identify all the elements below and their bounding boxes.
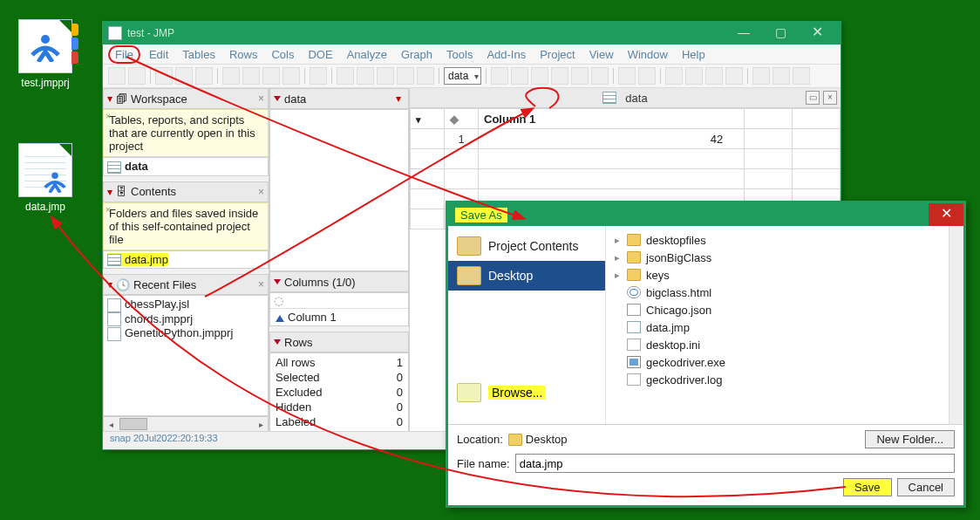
file-item[interactable]: data.jmp (613, 318, 942, 336)
tool-button[interactable] (752, 67, 770, 85)
restore-button[interactable]: ▭ (806, 91, 820, 105)
table-selector[interactable]: data (444, 67, 481, 85)
tool-button[interactable] (195, 67, 213, 85)
disclosure-icon[interactable] (274, 96, 281, 101)
tool-button[interactable] (155, 67, 173, 85)
tool-button[interactable] (725, 67, 743, 85)
file-item[interactable]: ▸keys (613, 266, 942, 284)
dialog-titlebar[interactable]: Save As ✕ (448, 203, 963, 226)
scrollbar[interactable] (949, 226, 963, 424)
menu-addins[interactable]: Add-Ins (481, 47, 531, 62)
tool-button[interactable] (531, 67, 548, 85)
tool-button[interactable] (222, 67, 240, 85)
close-icon[interactable]: × (258, 92, 264, 105)
sheet-tab[interactable]: data ▭× (410, 88, 840, 108)
menu-help[interactable]: Help (677, 47, 711, 62)
rows-header[interactable]: Rows (269, 332, 409, 352)
close-icon[interactable]: × (258, 186, 264, 198)
new-folder-button[interactable]: New Folder... (865, 430, 955, 448)
menu-tools[interactable]: Tools (441, 47, 478, 62)
tool-button[interactable] (772, 67, 790, 85)
recent-header[interactable]: ▾🕓Recent Files× (103, 274, 269, 295)
place-browse[interactable]: Browse... (448, 378, 605, 407)
tool-button[interactable] (337, 67, 354, 85)
tool-button[interactable] (282, 67, 300, 85)
minimize-button[interactable]: — (725, 24, 762, 42)
tool-button[interactable] (685, 67, 703, 85)
tool-button[interactable] (591, 67, 609, 85)
titlebar[interactable]: test - JMP — ▢ ✕ (103, 22, 840, 44)
file-item[interactable]: Chicago.json (613, 301, 942, 318)
tool-button[interactable] (491, 67, 508, 85)
column-filter[interactable]: ◌ (270, 293, 408, 309)
table-icon (602, 92, 616, 104)
tool-button[interactable] (108, 67, 126, 85)
disclosure-icon[interactable] (274, 279, 281, 284)
file-item[interactable]: ▸jsonBigClass (613, 249, 942, 266)
menu-file[interactable]: File (108, 45, 140, 64)
tool-button[interactable] (705, 67, 723, 85)
column-header[interactable]: Column 1 (479, 109, 745, 129)
dialog-close-button[interactable]: ✕ (929, 203, 963, 226)
row-header[interactable]: 1 (445, 129, 479, 149)
tool-button[interactable] (377, 67, 394, 85)
file-item[interactable]: ▸desktopfiles (613, 231, 942, 249)
tool-button[interactable] (262, 67, 280, 85)
place-project-contents[interactable]: Project Contents (448, 231, 605, 261)
tool-button[interactable] (793, 67, 810, 85)
tool-button[interactable] (618, 67, 636, 85)
cell[interactable]: 42 (479, 129, 745, 149)
rows-stat: All rows1 (274, 355, 405, 370)
tool-button[interactable] (665, 67, 683, 85)
menu-project[interactable]: Project (534, 47, 580, 62)
columns-header[interactable]: Columns (1/0) (269, 271, 409, 292)
cancel-button[interactable]: Cancel (897, 478, 955, 496)
recent-item[interactable]: chessPlay.jsl (107, 298, 264, 312)
maximize-button[interactable]: ▢ (762, 24, 799, 42)
tool-button[interactable] (175, 67, 193, 85)
tool-button[interactable] (638, 67, 656, 85)
menu-edit[interactable]: Edit (144, 47, 174, 62)
menu-analyze[interactable]: Analyze (342, 47, 392, 62)
menu-view[interactable]: View (584, 47, 619, 62)
mid-data-header[interactable]: data▾ (269, 88, 409, 109)
tool-button[interactable] (128, 67, 146, 85)
recent-item[interactable]: chords.jmpprj (107, 312, 264, 327)
tool-button[interactable] (417, 67, 434, 85)
tool-button[interactable] (242, 67, 260, 85)
file-item[interactable]: desktop.ini (613, 336, 942, 353)
contents-header[interactable]: ▾🗄Contents× (103, 181, 269, 202)
tool-button[interactable] (571, 67, 589, 85)
file-icon (18, 143, 72, 197)
menu-graph[interactable]: Graph (396, 47, 438, 62)
tool-button[interactable] (397, 67, 414, 85)
tool-button[interactable] (310, 67, 327, 85)
file-item[interactable]: geckodriver.exe (613, 353, 942, 371)
close-button[interactable]: ✕ (799, 24, 835, 42)
desktop-icon-data[interactable]: data.jmp (10, 143, 80, 213)
scrollbar[interactable]: ◂▸ (103, 416, 269, 432)
file-item[interactable]: geckodriver.log (613, 371, 942, 388)
menu-cols[interactable]: Cols (266, 47, 299, 62)
disclosure-icon[interactable] (274, 339, 281, 345)
tool-button[interactable] (511, 67, 528, 85)
tool-button[interactable] (551, 67, 568, 85)
menu-tables[interactable]: Tables (177, 47, 221, 62)
file-list[interactable]: ▸desktopfiles▸jsonBigClass▸keysbigclass.… (606, 226, 949, 424)
desktop-icon-project[interactable]: test.jmpprj (10, 19, 80, 89)
menu-doe[interactable]: DOE (303, 47, 337, 62)
menu-window[interactable]: Window (623, 47, 673, 62)
contents-item[interactable]: data.jmp (103, 250, 269, 270)
workspace-header[interactable]: ▾🗐Workspace× (103, 88, 269, 109)
workspace-item[interactable]: data (103, 157, 269, 176)
save-button[interactable]: Save (843, 478, 892, 496)
place-desktop[interactable]: Desktop (448, 261, 605, 291)
close-icon[interactable]: × (258, 278, 264, 291)
column-item[interactable]: Column 1 (270, 309, 408, 325)
filename-input[interactable] (515, 454, 955, 473)
file-item[interactable]: bigclass.html (613, 284, 942, 301)
recent-item[interactable]: GeneticPython.jmpprj (107, 326, 264, 341)
menu-rows[interactable]: Rows (224, 47, 263, 62)
close-button[interactable]: × (823, 91, 837, 105)
tool-button[interactable] (357, 67, 374, 85)
